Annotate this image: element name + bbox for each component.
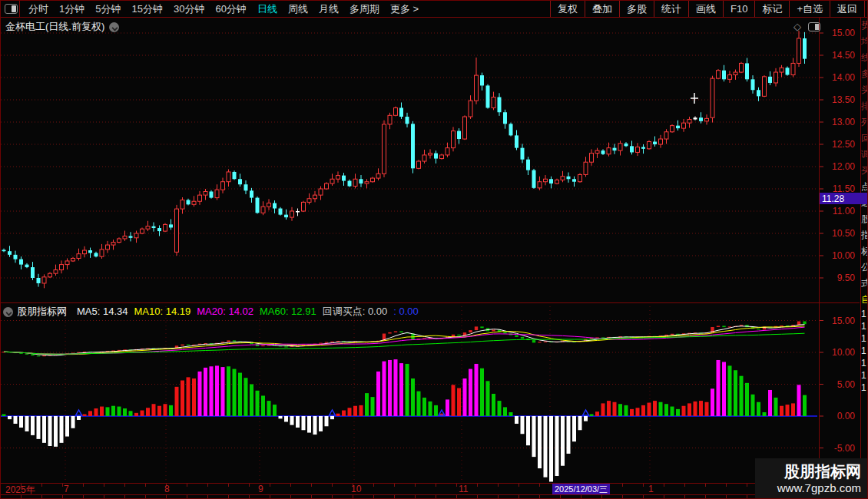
chevron-down-icon[interactable] xyxy=(109,22,119,32)
axis-label: 14.50 xyxy=(818,50,855,61)
clipped-glyph: 买 xyxy=(861,163,868,179)
indicator-collapse-icon[interactable] xyxy=(3,307,13,317)
clipped-glyph: 调 xyxy=(861,147,868,163)
period-tab[interactable]: 30分钟 xyxy=(168,2,210,16)
month-label: 9 xyxy=(258,484,263,494)
ma-values: MA5: 14.34MA10: 14.19MA20: 14.02MA60: 12… xyxy=(71,305,419,319)
axis-label: 10.00 xyxy=(818,347,855,358)
clipped-glyph: 1 xyxy=(861,369,868,382)
watermark-url: www.7gpzb.com xyxy=(777,481,861,495)
date-tickrow-bottom xyxy=(1,495,860,498)
clipped-glyph: 股 xyxy=(861,211,868,227)
axis-label: 10.00 xyxy=(818,250,855,261)
chart-canvas[interactable] xyxy=(1,1,868,499)
clipped-glyph: 排 xyxy=(861,98,868,114)
axis-label: 14.00 xyxy=(818,72,855,83)
period-tab[interactable]: 5分钟 xyxy=(90,2,126,16)
period-tab[interactable]: 1分钟 xyxy=(54,2,90,16)
period-tab[interactable]: 月线 xyxy=(313,2,344,16)
period-tab[interactable]: 日线 xyxy=(252,2,283,16)
axis-label: 15.00 xyxy=(818,28,855,38)
clipped-glyph: 1 xyxy=(861,308,868,320)
clipped-glyph: 列 xyxy=(861,114,868,131)
toolbar-button[interactable]: 多股 xyxy=(619,1,654,17)
toolbar-right-buttons: 复权叠加多股统计画线F10标记+自选返回 xyxy=(550,1,865,17)
panel-toggle-icon[interactable] xyxy=(808,22,820,31)
clipped-glyph: 线 xyxy=(861,50,868,66)
ma-value: MA20: 14.02 xyxy=(197,306,253,317)
watermark: 股朋指标网 www.7gpzb.com xyxy=(755,458,867,498)
period-tab[interactable]: 周线 xyxy=(283,2,313,16)
clipped-glyph: 自 xyxy=(861,292,868,308)
toolbar-button[interactable]: +自选 xyxy=(789,1,830,17)
watermark-site-name: 股朋指标网 xyxy=(784,462,861,481)
clipped-glyph: 标 xyxy=(861,243,868,259)
clipped-side-panel: 势均线多头排列回调买点选股指标公式自1111111 xyxy=(860,18,868,460)
panel-divider xyxy=(1,302,860,303)
axis-label: 13.00 xyxy=(818,117,855,127)
signal-extra-value: : 0.00 xyxy=(393,306,419,317)
axis-label: 0.00 xyxy=(818,411,855,421)
crosshair-date-badge: 2025/12/03/三 xyxy=(552,484,610,494)
indicator-name: 股朋指标网 xyxy=(17,305,67,319)
axis-label: 15.00 xyxy=(818,316,855,326)
month-label: 1 xyxy=(648,484,654,494)
period-tab[interactable]: 多周期 xyxy=(344,2,385,16)
clipped-glyph: 多 xyxy=(861,66,868,82)
period-tab[interactable]: 60分钟 xyxy=(210,2,251,16)
clipped-glyph: 1 xyxy=(861,357,868,369)
toolbar-button[interactable]: F10 xyxy=(723,1,754,17)
axis-label: 11.00 xyxy=(818,206,855,216)
crosshair-price-badge: 11.28 xyxy=(820,193,868,204)
axis-label: 12.50 xyxy=(818,139,855,150)
axis-label: 13.50 xyxy=(818,94,855,105)
toolbar-button[interactable]: 画线 xyxy=(688,1,723,17)
month-label: 11 xyxy=(459,484,468,494)
ma-value: MA60: 12.91 xyxy=(260,306,316,317)
chart-title-row: 金杯电工(日线.前复权) xyxy=(5,20,119,34)
month-label: 7 xyxy=(64,484,69,494)
chart-title: 金杯电工(日线.前复权) xyxy=(5,20,104,34)
clipped-glyph: 1 xyxy=(861,345,868,357)
clipped-glyph: 1 xyxy=(861,382,868,394)
month-label: 8 xyxy=(164,484,170,494)
ma-value: MA10: 14.19 xyxy=(134,306,191,317)
clipped-glyph: 回 xyxy=(861,131,868,147)
date-axis: 2025年78910111 xyxy=(1,484,868,494)
clipped-glyph: 公 xyxy=(861,259,868,276)
toolbar-button[interactable]: 叠加 xyxy=(585,1,619,17)
toolbar-button[interactable]: 复权 xyxy=(550,1,585,17)
clipped-glyph: 头 xyxy=(861,82,868,98)
month-label: 10 xyxy=(351,484,361,494)
ma-value: MA5: 14.34 xyxy=(77,306,128,317)
toolbar-button[interactable]: 标记 xyxy=(754,1,789,17)
year-label: 2025年 xyxy=(5,484,35,497)
axis-label: 10.50 xyxy=(818,228,855,239)
diamond-marker-icon: ◇ xyxy=(793,21,801,32)
layout-toggle-icon[interactable] xyxy=(5,4,18,14)
axis-label: 12.00 xyxy=(818,161,855,172)
axis-label: 5.00 xyxy=(818,379,855,390)
period-tabs: 分时1分钟5分钟15分钟30分钟60分钟日线周线月线多周期更多 > xyxy=(19,1,424,17)
clipped-glyph: 式 xyxy=(861,276,868,292)
top-toolbar: 分时1分钟5分钟15分钟30分钟60分钟日线周线月线多周期更多 > 复权叠加多股… xyxy=(1,1,867,18)
clipped-glyph: 均 xyxy=(861,34,868,50)
signal-value: 回调买点: 0.00 xyxy=(323,306,388,317)
indicator-header: 股朋指标网 MA5: 14.34MA10: 14.19MA20: 14.02MA… xyxy=(3,305,419,319)
clipped-glyph: 1 xyxy=(861,320,868,332)
app-window: 分时1分钟5分钟15分钟30分钟60分钟日线周线月线多周期更多 > 复权叠加多股… xyxy=(0,0,868,499)
toolbar-button[interactable]: 返回 xyxy=(830,1,865,17)
axis-label: -5.00 xyxy=(818,443,855,454)
period-tab[interactable]: 15分钟 xyxy=(126,2,167,16)
clipped-glyph: 1 xyxy=(861,332,868,345)
clipped-glyph: 指 xyxy=(861,227,868,243)
axis-label: 9.50 xyxy=(818,273,855,283)
axis-divider-vertical xyxy=(819,18,820,494)
clipped-glyph: 势 xyxy=(861,18,868,34)
period-tab[interactable]: 分时 xyxy=(23,2,54,16)
toolbar-button[interactable]: 统计 xyxy=(654,1,688,17)
period-tab[interactable]: 更多 > xyxy=(385,2,424,16)
